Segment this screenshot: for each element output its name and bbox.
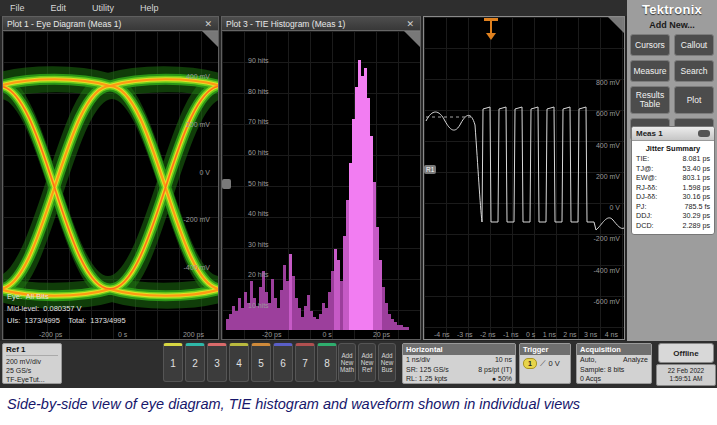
time-label: 1:59:51 AM bbox=[670, 375, 703, 383]
acquisition-title: Acquisition bbox=[577, 344, 651, 355]
meas-row: RJ-δδ:1.598 ps bbox=[636, 184, 710, 192]
menu-item[interactable]: Utility bbox=[92, 3, 114, 13]
rising-edge-icon: ⟋ bbox=[540, 359, 546, 369]
horizontal-title: Horizontal bbox=[403, 344, 515, 355]
date-label: 22 Feb 2022 bbox=[668, 367, 705, 375]
meas1-results-badge[interactable]: Meas 1 Jitter Summary TIE:8.081 ps TJ@:5… bbox=[631, 126, 715, 235]
results-table-button[interactable]: Results Table bbox=[630, 86, 670, 114]
ref1-samplerate: 25 GS/s bbox=[6, 366, 58, 375]
oscilloscope-app: FileEditUtilityHelp Plot 1 - Eye Diagram… bbox=[0, 0, 717, 388]
channel-button-6[interactable]: 6 bbox=[273, 343, 293, 382]
histogram-x-axis: -20 ps0 s20 ps bbox=[222, 331, 420, 338]
datetime-badge: 22 Feb 2022 1:59:51 AM bbox=[656, 364, 716, 386]
trigger-source-pill: 1 bbox=[523, 358, 537, 369]
tie-histogram-bars bbox=[226, 60, 415, 330]
channel-button-2[interactable]: 2 bbox=[185, 343, 205, 382]
close-icon[interactable]: ✕ bbox=[202, 19, 214, 29]
acquisition-badge[interactable]: Acquisition Auto,Analyze Sample: 8 bits … bbox=[576, 343, 652, 384]
ref1-filename: TF-EyeTut... bbox=[6, 375, 58, 384]
meas-row: EW@:803.1 ps bbox=[636, 174, 710, 182]
histogram-plot-area[interactable]: 90 hits80 hits70 hits60 hits50 hits40 hi… bbox=[222, 31, 420, 339]
histogram-bar bbox=[406, 327, 409, 330]
trigger-position-marker[interactable] bbox=[484, 18, 498, 42]
jitter-summary-title: Jitter Summary bbox=[636, 144, 710, 153]
channel-button-5[interactable]: 5 bbox=[251, 343, 271, 382]
menu-bar: FileEditUtilityHelp bbox=[0, 0, 627, 16]
channel-button-8[interactable]: 8 bbox=[317, 343, 337, 382]
menu-item[interactable]: Edit bbox=[51, 3, 67, 13]
eye-info-overlay: Eye: All BitsMid-level: 0.080357 VUIs: 1… bbox=[7, 292, 126, 325]
eye-info-line: UIs: 1373/4995 Total: 1373/4995 bbox=[7, 316, 126, 325]
waveform-plot-area[interactable]: R1 800 mV600 mV400 mV200 mV0 V-200 mV-40… bbox=[424, 17, 624, 339]
eye-panel-titlebar[interactable]: Plot 1 - Eye Diagram (Meas 1) ✕ bbox=[3, 17, 218, 31]
waveform-panel[interactable]: R1 800 mV600 mV400 mV200 mV0 V-200 mV-40… bbox=[423, 16, 625, 340]
menu-item[interactable]: File bbox=[10, 3, 25, 13]
meas-row: DCD:2.289 ps bbox=[636, 222, 710, 230]
waveform-handle[interactable]: R1 bbox=[424, 165, 436, 174]
ref1-title: Ref 1 bbox=[6, 345, 58, 356]
meas-row: PJ:785.5 fs bbox=[636, 203, 710, 211]
search-button[interactable]: Search bbox=[674, 60, 714, 82]
offline-button[interactable]: Offline bbox=[658, 343, 714, 363]
trigger-level: 0 V bbox=[549, 359, 560, 368]
histogram-x-tick-label: -20 ps bbox=[262, 331, 281, 338]
add-new-math-button[interactable]: Add New Math bbox=[338, 343, 356, 382]
meas-row: TJ@:53.40 ps bbox=[636, 165, 710, 173]
menu-item[interactable]: Help bbox=[140, 3, 159, 13]
ref1-scale: 200 mV/div bbox=[6, 357, 58, 366]
eye-info-line: Eye: All Bits bbox=[7, 292, 126, 301]
add-new-bus-button[interactable]: Add New Bus bbox=[378, 343, 396, 382]
ref1-badge[interactable]: Ref 1 200 mV/div 25 GS/s TF-EyeTut... bbox=[2, 343, 62, 384]
channel-button-1[interactable]: 1 bbox=[163, 343, 183, 382]
histogram-x-tick-label: 20 ps bbox=[373, 331, 390, 338]
waveform-trace bbox=[424, 17, 624, 339]
tektronix-logo: Tektronix bbox=[627, 2, 717, 17]
right-sidebar: Tektronix Add New... Cursors Callout Mea… bbox=[627, 0, 717, 388]
add-new-label: Add New... bbox=[627, 20, 717, 30]
corner-grip-icon[interactable] bbox=[202, 31, 218, 47]
channel-button-3[interactable]: 3 bbox=[207, 343, 227, 382]
add-new-ref-button[interactable]: Add New Ref bbox=[358, 343, 376, 382]
histogram-panel-titlebar[interactable]: Plot 3 - TIE Histogram (Meas 1) ✕ bbox=[222, 17, 420, 31]
histogram-panel-title: Plot 3 - TIE Histogram (Meas 1) bbox=[226, 19, 404, 29]
trigger-title: Trigger bbox=[520, 344, 570, 355]
tie-histogram-panel: Plot 3 - TIE Histogram (Meas 1) ✕ 90 hit… bbox=[221, 16, 421, 340]
plot-handle[interactable] bbox=[222, 179, 231, 189]
trigger-badge[interactable]: Trigger 1 ⟋ 0 V bbox=[519, 343, 571, 384]
channel-buttons: 12345678 bbox=[163, 343, 337, 382]
close-icon[interactable]: ✕ bbox=[404, 19, 416, 29]
plot-button[interactable]: Plot bbox=[674, 86, 714, 114]
cursors-button[interactable]: Cursors bbox=[630, 34, 670, 56]
meas-row: TIE:8.081 ps bbox=[636, 155, 710, 163]
meas-badge-icon[interactable] bbox=[698, 130, 710, 137]
corner-grip-icon[interactable] bbox=[404, 31, 420, 47]
corner-grip-icon[interactable] bbox=[608, 17, 624, 33]
eye-plot-area[interactable]: 400 mV200 mV0 V-200 mV-400 mV Eye: All B… bbox=[3, 31, 218, 339]
callout-button[interactable]: Callout bbox=[674, 34, 714, 56]
meas-row: DJ-δδ:30.16 ps bbox=[636, 193, 710, 201]
meas-row: DDJ:30.29 ps bbox=[636, 212, 710, 220]
measure-button[interactable]: Measure bbox=[630, 60, 670, 82]
channel-button-7[interactable]: 7 bbox=[295, 343, 315, 382]
eye-panel-title: Plot 1 - Eye Diagram (Meas 1) bbox=[7, 19, 202, 29]
bottom-toolbar: Ref 1 200 mV/div 25 GS/s TF-EyeTut... 12… bbox=[0, 341, 717, 388]
eye-info-line: Mid-level: 0.080357 V bbox=[7, 304, 126, 313]
eye-diagram-panel: Plot 1 - Eye Diagram (Meas 1) ✕ bbox=[2, 16, 219, 340]
horizontal-badge[interactable]: Horizontal 1 ns/div10 ns SR: 125 GS/s8 p… bbox=[402, 343, 516, 384]
channel-button-4[interactable]: 4 bbox=[229, 343, 249, 382]
meas-badge-title: Meas 1 bbox=[636, 129, 663, 138]
histogram-x-tick-label: 0 s bbox=[323, 331, 332, 338]
figure-caption: Side-by-side view of eye diagram, TIE hi… bbox=[7, 396, 712, 412]
